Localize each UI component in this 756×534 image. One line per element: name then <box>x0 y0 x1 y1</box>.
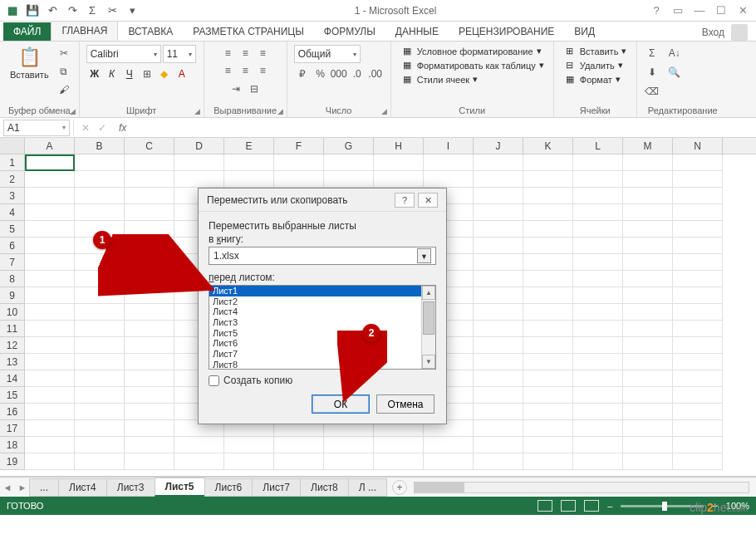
cell[interactable] <box>25 387 75 404</box>
dec-decimal-button[interactable]: .00 <box>367 66 384 82</box>
cell[interactable] <box>673 287 723 304</box>
cell[interactable] <box>174 437 224 453</box>
bold-button[interactable]: Ж <box>86 66 103 82</box>
fill-button[interactable]: ⬇ <box>644 64 660 81</box>
qat-more-icon[interactable]: ▾ <box>125 3 140 18</box>
row-header[interactable]: 16 <box>0 404 25 420</box>
sheet-list[interactable]: Лист1 Лист2 Лист4 Лист3 Лист5 Лист6 Лист… <box>209 285 436 370</box>
col-header[interactable]: J <box>474 138 523 154</box>
cell[interactable] <box>125 238 174 254</box>
row-header[interactable]: 5 <box>0 221 25 238</box>
cell[interactable] <box>125 354 174 370</box>
cell[interactable] <box>623 453 673 470</box>
fx-icon[interactable]: fx <box>110 122 135 134</box>
col-header[interactable]: F <box>274 138 324 154</box>
col-header[interactable]: I <box>424 138 474 154</box>
cell[interactable] <box>25 271 75 287</box>
row-header[interactable]: 2 <box>0 171 25 188</box>
cell[interactable] <box>324 171 374 188</box>
format-cells-button[interactable]: ▦Формат ▾ <box>561 73 630 86</box>
cell[interactable] <box>523 437 573 453</box>
cell[interactable] <box>623 271 673 287</box>
cell[interactable] <box>374 437 424 453</box>
cell[interactable] <box>573 354 623 370</box>
row-header[interactable]: 18 <box>0 437 25 453</box>
cell[interactable] <box>623 437 673 453</box>
italic-button[interactable]: К <box>104 66 120 82</box>
cell[interactable] <box>25 420 75 437</box>
font-size-combo[interactable]: 11▾ <box>163 45 196 63</box>
cell[interactable] <box>474 154 523 171</box>
tab-insert[interactable]: ВСТАВКА <box>118 22 183 41</box>
cell[interactable] <box>523 370 573 387</box>
zoom-out-icon[interactable]: – <box>607 501 612 511</box>
row-header[interactable]: 19 <box>0 453 25 470</box>
view-page-break-icon[interactable] <box>584 500 599 512</box>
cell[interactable] <box>573 287 623 304</box>
dialog-help-button[interactable]: ? <box>395 193 415 208</box>
clear-button[interactable]: ⌫ <box>644 83 660 100</box>
cell[interactable] <box>474 370 523 387</box>
cell[interactable] <box>523 287 573 304</box>
scroll-down-icon[interactable]: ▼ <box>422 355 435 369</box>
row-header[interactable]: 6 <box>0 238 25 254</box>
cell[interactable] <box>673 221 723 238</box>
cell[interactable] <box>523 354 573 370</box>
tab-page-layout[interactable]: РАЗМЕТКА СТРАНИЦЫ <box>183 22 314 41</box>
cell[interactable] <box>673 188 723 204</box>
cell[interactable] <box>523 304 573 321</box>
user-icon[interactable] <box>731 24 748 41</box>
cell[interactable] <box>324 154 374 171</box>
sheet-nav-next[interactable]: ► <box>15 483 30 492</box>
cell[interactable] <box>224 437 274 453</box>
cell[interactable] <box>573 254 623 271</box>
cell[interactable] <box>474 354 523 370</box>
fill-color-button[interactable]: ◆ <box>156 66 173 82</box>
underline-button[interactable]: Ч <box>121 66 138 82</box>
cell[interactable] <box>125 404 174 420</box>
cell[interactable] <box>75 304 125 321</box>
currency-button[interactable]: ₽ <box>294 66 311 82</box>
cell[interactable] <box>75 171 125 188</box>
sheet-tab-active[interactable]: Лист5 <box>155 478 205 497</box>
cell[interactable] <box>623 337 673 354</box>
cell[interactable] <box>75 188 125 204</box>
col-header[interactable]: H <box>374 138 424 154</box>
cell[interactable] <box>673 404 723 420</box>
cell[interactable] <box>75 370 125 387</box>
cell[interactable] <box>25 304 75 321</box>
cell[interactable] <box>125 204 174 221</box>
copy-button[interactable]: ⧉ <box>56 63 72 80</box>
checkbox-input[interactable] <box>209 375 219 386</box>
font-name-combo[interactable]: Calibri▾ <box>86 45 161 63</box>
row-header[interactable]: 4 <box>0 204 25 221</box>
cell[interactable] <box>573 238 623 254</box>
cell[interactable] <box>125 188 174 204</box>
paste-button[interactable]: 📋 Вставить <box>7 45 52 81</box>
cell[interactable] <box>623 321 673 337</box>
cell[interactable] <box>174 154 224 171</box>
cell[interactable] <box>523 254 573 271</box>
row-header[interactable]: 14 <box>0 370 25 387</box>
list-item[interactable]: Лист6 <box>209 338 421 349</box>
cell[interactable] <box>75 287 125 304</box>
help-icon[interactable]: ? <box>646 2 666 19</box>
cell[interactable] <box>125 271 174 287</box>
cell[interactable] <box>25 204 75 221</box>
cell[interactable] <box>224 154 274 171</box>
cell[interactable] <box>573 221 623 238</box>
scroll-up-icon[interactable]: ▲ <box>422 286 435 300</box>
tab-view[interactable]: ВИД <box>564 22 605 41</box>
cell[interactable] <box>374 154 424 171</box>
cell[interactable] <box>125 321 174 337</box>
col-header[interactable]: A <box>25 138 75 154</box>
cell[interactable] <box>125 154 174 171</box>
cell[interactable] <box>523 453 573 470</box>
cell[interactable] <box>424 453 474 470</box>
border-button[interactable]: ⊞ <box>139 66 155 82</box>
cell[interactable] <box>623 171 673 188</box>
cell[interactable] <box>25 453 75 470</box>
list-item[interactable]: Лист2 <box>209 296 421 307</box>
row-header[interactable]: 13 <box>0 354 25 370</box>
format-as-table-button[interactable]: ▦Форматировать как таблицу ▾ <box>398 59 547 71</box>
